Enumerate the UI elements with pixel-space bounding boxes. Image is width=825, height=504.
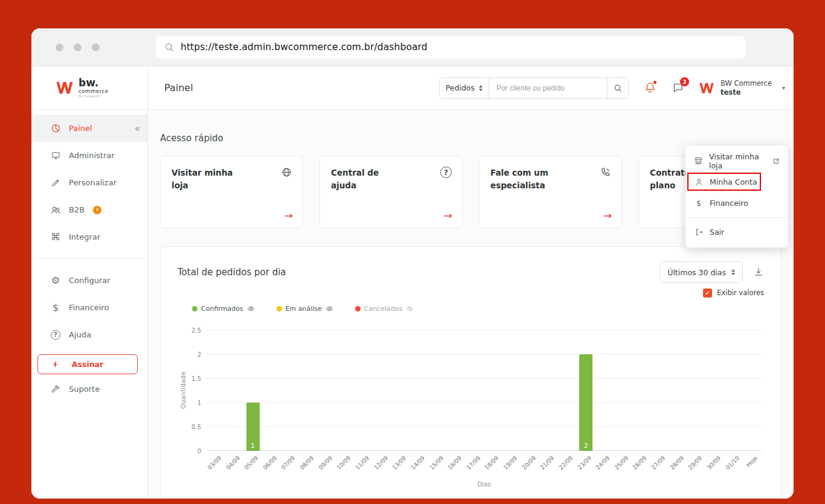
- eye-icon[interactable]: [326, 305, 333, 313]
- bw-logo-mark-icon: [56, 81, 74, 95]
- chart-bar[interactable]: 1: [246, 403, 260, 451]
- eye-icon[interactable]: [247, 305, 255, 313]
- bolt-badge-icon: [93, 206, 101, 214]
- window-controls: [56, 43, 123, 51]
- arrow-right-icon: →: [444, 209, 452, 222]
- range-select[interactable]: Últimos 30 dias: [660, 261, 743, 283]
- chart-x-label: 22/09: [557, 455, 574, 471]
- person-icon: [694, 177, 704, 187]
- chart-y-tick: 2: [197, 351, 201, 358]
- browser-chrome: https://teste.admin.bwcommerce.com.br/da…: [31, 28, 794, 66]
- search-icon: [164, 42, 175, 53]
- search-input[interactable]: [489, 77, 608, 99]
- dollar-icon: $: [50, 302, 61, 313]
- arrow-right-icon: →: [603, 209, 612, 222]
- search-button[interactable]: [608, 77, 629, 99]
- sidebar-item-painel[interactable]: Painel «: [31, 115, 147, 142]
- window-close-button[interactable]: [56, 43, 63, 51]
- arrow-right-icon: →: [284, 209, 293, 222]
- sidebar: bw. commerce by megazord Painel «: [31, 66, 148, 499]
- url-text: https://teste.admin.bwcommerce.com.br/da…: [181, 42, 428, 53]
- pie-chart-icon: [50, 123, 61, 134]
- orders-chart-card: Total de pedidos por dia Últimos 30 dias: [160, 246, 782, 499]
- sidebar-item-b2b[interactable]: B2B: [31, 196, 147, 223]
- header: Painel Pedidos: [148, 66, 794, 110]
- legend-item-em-analise[interactable]: Em análise: [277, 305, 333, 313]
- chart-x-label: 06/09: [262, 455, 278, 471]
- legend-item-confirmados[interactable]: Confirmados: [192, 305, 255, 313]
- sidebar-item-configurar[interactable]: ⚙ Configurar: [31, 267, 147, 294]
- chart-x-label: 17/09: [465, 455, 481, 471]
- gear-icon: ⚙: [50, 275, 61, 286]
- address-bar[interactable]: https://teste.admin.bwcommerce.com.br/da…: [156, 36, 745, 59]
- logout-icon: [694, 228, 704, 237]
- chart-x-label: 25/09: [613, 455, 629, 471]
- account-dropdown-menu: Visitar minha loja Minha Conta $ Finance…: [685, 145, 788, 247]
- chart-x-label: 21/09: [539, 455, 555, 471]
- browser-window: https://teste.admin.bwcommerce.com.br/da…: [31, 28, 794, 499]
- card-fale-com-especialista[interactable]: Fale com um especialista →: [479, 156, 622, 228]
- users-icon: [50, 205, 61, 215]
- chart-area: Quantidade 00.511.522.512 03/0904/0905/0…: [178, 330, 764, 488]
- chart-y-tick: 1: [197, 400, 201, 406]
- download-icon[interactable]: [753, 267, 764, 278]
- chart-gridline: [207, 330, 762, 330]
- chart-x-label: 01/10: [724, 455, 740, 471]
- chart-x-label: 30/09: [705, 455, 722, 471]
- sidebar-item-administrar[interactable]: Administrar: [31, 142, 147, 169]
- chart-x-label: 14/09: [409, 455, 426, 471]
- external-link-icon: [772, 158, 780, 165]
- chart-x-label: 10/09: [335, 455, 352, 471]
- chart-plot: 00.511.522.512: [207, 330, 762, 451]
- eye-off-icon[interactable]: [406, 305, 414, 313]
- question-icon: ?: [440, 167, 452, 178]
- sidebar-item-ajuda[interactable]: ? Ajuda: [31, 321, 147, 348]
- menu-item-financeiro[interactable]: $ Financeiro: [685, 193, 788, 214]
- chart-bar[interactable]: 2: [579, 354, 592, 451]
- account-menu-button[interactable]: BW Commerce teste ▾: [698, 79, 785, 97]
- chart-x-label: 26/09: [632, 455, 648, 471]
- y-axis-label: Quantidade: [180, 371, 187, 409]
- window-minimize-button[interactable]: [74, 43, 82, 51]
- legend-dot: [355, 306, 361, 311]
- chart-bar-value: 1: [246, 442, 260, 449]
- wrench-icon: [50, 384, 61, 395]
- chart-x-label: 18/09: [483, 455, 499, 471]
- sidebar-collapse-button[interactable]: «: [135, 123, 140, 134]
- checkbox-checked-icon[interactable]: ✓: [703, 289, 712, 298]
- avatar: [698, 79, 716, 97]
- phone-icon: [600, 167, 611, 178]
- chart-gridline: [207, 378, 762, 378]
- globe-icon: [281, 167, 292, 178]
- menu-item-minha-conta[interactable]: Minha Conta: [685, 171, 788, 193]
- menu-item-sair[interactable]: Sair: [685, 222, 788, 243]
- chart-y-tick: 0.5: [191, 424, 201, 430]
- chart-gridline: [207, 402, 762, 403]
- chart-y-tick: 2.5: [191, 327, 201, 334]
- search-filter-select[interactable]: Pedidos: [439, 77, 489, 99]
- chart-x-label: 11/09: [354, 455, 370, 471]
- sidebar-item-financeiro[interactable]: $ Financeiro: [31, 294, 147, 321]
- chart-x-label: 09/09: [317, 455, 333, 471]
- sidebar-item-personalizar[interactable]: Personalizar: [31, 169, 147, 196]
- logo[interactable]: bw. commerce by megazord: [31, 66, 147, 110]
- notifications-button[interactable]: [644, 81, 656, 94]
- chart-x-label: Hoje: [745, 455, 759, 468]
- chat-button[interactable]: 2: [672, 81, 684, 94]
- quick-access-title: Acesso rápido: [160, 133, 782, 144]
- show-values-toggle[interactable]: ✓ Exibir valores: [178, 287, 764, 299]
- sidebar-item-suporte[interactable]: Suporte: [31, 375, 147, 403]
- sidebar-item-integrar[interactable]: ⌘ Integrar: [31, 223, 147, 250]
- legend-dot: [277, 306, 282, 311]
- card-visitar-minha-loja[interactable]: Visitar minha loja →: [160, 156, 303, 228]
- chart-x-label: 15/09: [428, 455, 445, 471]
- card-central-de-ajuda[interactable]: Central de ajuda ? →: [319, 156, 463, 228]
- legend-item-cancelados[interactable]: Cancelados: [355, 305, 414, 313]
- menu-item-visitar-minha-loja[interactable]: Visitar minha loja: [685, 150, 788, 171]
- chart-gridline: [207, 426, 762, 427]
- subscribe-button[interactable]: Assinar: [37, 354, 138, 374]
- window-maximize-button[interactable]: [92, 43, 100, 51]
- chevron-down-icon: ▾: [782, 85, 785, 91]
- chart-x-label: 12/09: [373, 455, 389, 471]
- store-icon: [694, 156, 703, 166]
